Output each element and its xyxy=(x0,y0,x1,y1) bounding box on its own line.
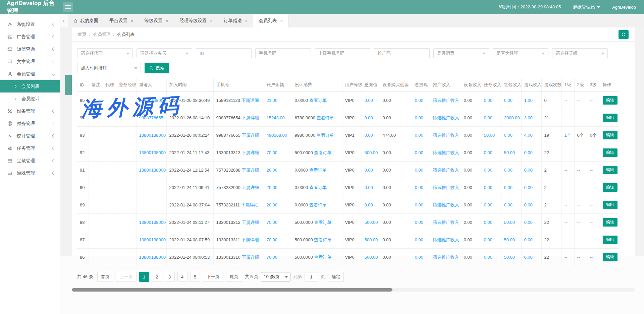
edit-button[interactable]: 编辑 xyxy=(603,131,618,139)
withdraw-value[interactable]: 0.00 xyxy=(415,255,423,260)
inviter-link[interactable]: 13800138000 xyxy=(139,168,166,173)
promo-filter-link[interactable]: 筛选推广收入 xyxy=(433,202,459,207)
tab-item[interactable]: 我的桌面 xyxy=(68,14,104,27)
pagination-page-button[interactable]: 5 xyxy=(190,272,200,282)
tab-scroll-left-button[interactable] xyxy=(60,14,68,27)
recharge-value[interactable]: 0.00 xyxy=(365,185,373,190)
inviter-link[interactable]: 13800138000 xyxy=(139,255,166,260)
sidebar-item[interactable]: 设备管理 xyxy=(0,105,60,117)
balance-value[interactable]: 15243.00 xyxy=(267,115,285,120)
game-income-value[interactable]: 0.00 xyxy=(524,237,533,242)
pagination-page-button[interactable]: 1 xyxy=(139,272,149,282)
sub-detail-link[interactable]: 下属详细 xyxy=(241,150,259,155)
task-income-value[interactable]: 0.00 xyxy=(484,168,492,173)
pagination-prev-button[interactable]: 上一页 xyxy=(116,272,137,282)
goto-page-input[interactable] xyxy=(305,272,318,281)
sub-detail-link[interactable]: 下属详细 xyxy=(241,168,259,173)
task-income-value[interactable]: 0.00 xyxy=(484,220,492,225)
withdraw-value[interactable]: 0.00 xyxy=(415,202,423,207)
balance-value[interactable]: 70.00 xyxy=(267,150,278,155)
game-income-value[interactable]: 0.00 xyxy=(524,168,533,173)
task-income-value[interactable]: 0.00 xyxy=(484,185,492,190)
goto-confirm-button[interactable]: 确定 xyxy=(328,272,344,282)
view-order-link[interactable]: 查看订单 xyxy=(317,133,334,138)
horizontal-scrollbar-thumb[interactable] xyxy=(72,288,392,292)
promo-filter-link[interactable]: 筛选推广收入 xyxy=(433,133,459,138)
promo-filter-link[interactable]: 筛选推广收入 xyxy=(433,115,459,120)
sidebar-item[interactable]: 会员管理 xyxy=(0,68,60,80)
game-income-value[interactable]: 0.00 xyxy=(524,150,533,155)
pagination-last-button[interactable]: 尾页 xyxy=(226,272,242,282)
edit-button[interactable]: 编辑 xyxy=(603,253,618,261)
sub-detail-link[interactable]: 下属详细 xyxy=(241,133,259,138)
balance-value[interactable]: 70.00 xyxy=(267,255,278,260)
withdraw-value[interactable]: 0.00 xyxy=(415,220,423,225)
role-dropdown[interactable]: 超级管理员 xyxy=(573,4,600,10)
sidebar-item[interactable]: 宝藏管理 xyxy=(0,154,60,167)
username[interactable]: AgriDevelop xyxy=(612,5,636,10)
game-income-value[interactable]: 0.00 xyxy=(524,202,533,207)
balance-value[interactable]: 21.00 xyxy=(267,98,278,103)
withdraw-value[interactable]: 0.00 xyxy=(415,185,423,190)
sidebar-item[interactable]: 游戏管理 xyxy=(0,167,60,179)
recharge-value[interactable]: 500.00 xyxy=(365,255,378,260)
red-packet-value[interactable]: 0.00 xyxy=(504,185,513,190)
game-income-value[interactable]: 4.00 xyxy=(524,133,533,138)
view-order-link[interactable]: 查看订单 xyxy=(314,237,331,242)
pagination-page-button[interactable]: 2 xyxy=(152,272,162,282)
sub-detail-link[interactable]: 下属详细 xyxy=(241,220,259,225)
task-income-value[interactable]: 0.00 xyxy=(484,115,492,120)
refresh-button[interactable] xyxy=(619,30,629,39)
sidebar-item[interactable]: 广告管理 xyxy=(0,30,60,43)
balance-value[interactable]: 70.00 xyxy=(267,237,278,242)
game-income-value[interactable]: 0.00 xyxy=(524,220,533,225)
red-packet-value[interactable]: 0.00 xyxy=(504,168,513,173)
red-packet-value[interactable]: 50.00 xyxy=(504,150,515,155)
task-income-value[interactable]: 0.00 xyxy=(484,202,492,207)
recharge-value[interactable]: 500.00 xyxy=(365,150,378,155)
balance-value[interactable]: 20.00 xyxy=(267,168,278,173)
game-income-value[interactable]: 0.00 xyxy=(524,255,533,260)
edit-button[interactable]: 编辑 xyxy=(603,96,618,105)
task-income-value[interactable]: 0.00 xyxy=(484,150,492,155)
recharge-value[interactable]: 0.00 xyxy=(365,133,373,138)
sidebar-item[interactable]: 任务管理 xyxy=(0,142,60,154)
promo-filter-link[interactable]: 筛选推广收入 xyxy=(433,168,459,173)
inviter-link[interactable]: 13800138000 xyxy=(139,237,166,242)
pagination-page-button[interactable]: 4 xyxy=(177,272,187,282)
sub-detail-link[interactable]: 下属详细 xyxy=(241,255,259,260)
withdraw-value[interactable]: 0.00 xyxy=(415,98,423,103)
red-packet-value[interactable]: 50.00 xyxy=(504,255,515,260)
recharge-value[interactable]: 500.00 xyxy=(365,237,378,242)
balance-value[interactable]: 70.00 xyxy=(267,220,278,225)
tab-item[interactable]: 经理等级设置× xyxy=(174,14,218,27)
inviter-link[interactable]: 13800138000 xyxy=(139,150,166,155)
menu-toggle-button[interactable] xyxy=(63,2,73,12)
recharge-value[interactable]: 0.00 xyxy=(365,98,373,103)
edit-button[interactable]: 编辑 xyxy=(603,183,618,192)
red-packet-value[interactable]: 0.00 xyxy=(504,202,513,207)
game-income-value[interactable]: 1.00 xyxy=(524,98,533,103)
filter-input[interactable]: 推广码 xyxy=(374,48,430,58)
sub-detail-link[interactable]: 下属详细 xyxy=(241,98,259,103)
red-packet-value[interactable]: 2000.00 xyxy=(504,115,520,120)
filter-select[interactable]: 请选择等级 xyxy=(552,48,608,58)
sub-detail-link[interactable]: 下属详细 xyxy=(241,202,259,207)
game-income-value[interactable]: 3.00 xyxy=(524,115,533,120)
game-income-value[interactable]: 0.00 xyxy=(524,185,533,190)
search-button[interactable]: 搜索 xyxy=(145,63,169,73)
promo-filter-link[interactable]: 筛选推广收入 xyxy=(433,237,459,242)
filter-select[interactable]: 是否为经理 xyxy=(493,48,548,58)
withdraw-value[interactable]: 0.00 xyxy=(415,150,423,155)
inviter-link[interactable]: 13800138000 xyxy=(139,133,166,138)
horizontal-scrollbar[interactable] xyxy=(72,288,635,292)
edit-button[interactable]: 编辑 xyxy=(603,218,618,227)
sort-select[interactable]: 加入时间排序 xyxy=(77,63,141,73)
recharge-value[interactable]: 0.00 xyxy=(365,202,373,207)
view-order-link[interactable]: 查看订单 xyxy=(314,150,331,155)
promo-filter-link[interactable]: 筛选推广收入 xyxy=(433,150,459,155)
recharge-value[interactable]: 500.00 xyxy=(365,220,378,225)
filter-select[interactable]: 是否消费 xyxy=(433,48,489,58)
withdraw-value[interactable]: 0.00 xyxy=(415,133,423,138)
withdraw-value[interactable]: 0.00 xyxy=(415,168,423,173)
